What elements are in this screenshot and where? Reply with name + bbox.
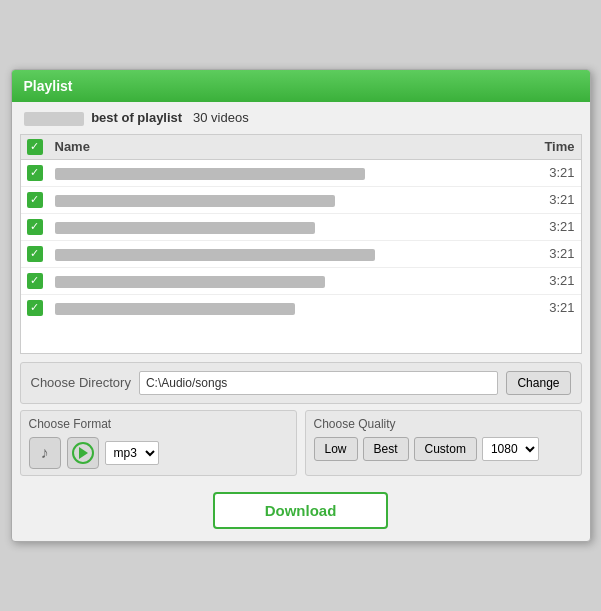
row-check-2[interactable] bbox=[27, 192, 55, 208]
row-name-1 bbox=[55, 165, 525, 180]
change-button[interactable]: Change bbox=[506, 371, 570, 395]
row-check-3[interactable] bbox=[27, 219, 55, 235]
row-time-2: 3:21 bbox=[525, 192, 575, 207]
row-check-6[interactable] bbox=[27, 300, 55, 316]
window-title: Playlist bbox=[24, 78, 73, 94]
row-time-3: 3:21 bbox=[525, 219, 575, 234]
row-time-1: 3:21 bbox=[525, 165, 575, 180]
table-row: 3:21 bbox=[21, 187, 581, 214]
format-quality-row: Choose Format ♪ mp3 mp4 wav ogg bbox=[20, 410, 582, 476]
directory-input[interactable] bbox=[139, 371, 499, 395]
row-name-2 bbox=[55, 192, 525, 207]
row-name-3 bbox=[55, 219, 525, 234]
best-quality-button[interactable]: Best bbox=[363, 437, 409, 461]
quality-controls: Low Best Custom 1080 720 480 360 bbox=[314, 437, 573, 461]
row-time-6: 3:21 bbox=[525, 300, 575, 315]
custom-quality-button[interactable]: Custom bbox=[414, 437, 477, 461]
username-blurred bbox=[24, 112, 84, 126]
music-icon: ♪ bbox=[41, 444, 49, 462]
format-select[interactable]: mp3 mp4 wav ogg bbox=[105, 441, 159, 465]
row-name-4 bbox=[55, 246, 525, 261]
quality-label: Choose Quality bbox=[314, 417, 573, 431]
play-icon-button[interactable] bbox=[67, 437, 99, 469]
select-all-checkbox[interactable] bbox=[27, 139, 43, 155]
row-check-1[interactable] bbox=[27, 165, 55, 181]
play-circle bbox=[72, 442, 94, 464]
format-controls: ♪ mp3 mp4 wav ogg bbox=[29, 437, 288, 469]
music-icon-button[interactable]: ♪ bbox=[29, 437, 61, 469]
table-row: 3:21 bbox=[21, 241, 581, 268]
quality-section: Choose Quality Low Best Custom 1080 720 … bbox=[305, 410, 582, 476]
low-quality-button[interactable]: Low bbox=[314, 437, 358, 461]
download-button[interactable]: Download bbox=[213, 492, 389, 529]
directory-row: Choose Directory Change bbox=[31, 371, 571, 395]
header-name-col: Name bbox=[55, 139, 525, 154]
row-check-4[interactable] bbox=[27, 246, 55, 262]
header-checkbox-col bbox=[27, 139, 55, 155]
download-row: Download bbox=[12, 482, 590, 541]
directory-section: Choose Directory Change bbox=[20, 362, 582, 404]
row-name-5 bbox=[55, 273, 525, 288]
main-window: Playlist best of playlist 30 videos Name… bbox=[11, 69, 591, 542]
table-row: 3:21 bbox=[21, 268, 581, 295]
table-row: 3:21 bbox=[21, 295, 581, 321]
playlist-header: best of playlist 30 videos bbox=[12, 102, 590, 134]
directory-label: Choose Directory bbox=[31, 375, 131, 390]
table-row: 3:21 bbox=[21, 214, 581, 241]
row-time-4: 3:21 bbox=[525, 246, 575, 261]
playlist-name: best of playlist bbox=[91, 110, 182, 125]
table-header: Name Time bbox=[21, 135, 581, 160]
table-row: 3:21 bbox=[21, 160, 581, 187]
resolution-select[interactable]: 1080 720 480 360 bbox=[482, 437, 539, 461]
header-time-col: Time bbox=[525, 139, 575, 154]
video-count: 30 videos bbox=[193, 110, 249, 125]
row-name-6 bbox=[55, 300, 525, 315]
format-section: Choose Format ♪ mp3 mp4 wav ogg bbox=[20, 410, 297, 476]
row-check-5[interactable] bbox=[27, 273, 55, 289]
playlist-table: Name Time 3:21 3:21 3:21 3:21 3:21 bbox=[20, 134, 582, 354]
row-time-5: 3:21 bbox=[525, 273, 575, 288]
play-triangle-icon bbox=[79, 447, 88, 459]
title-bar: Playlist bbox=[12, 70, 590, 102]
format-label: Choose Format bbox=[29, 417, 288, 431]
